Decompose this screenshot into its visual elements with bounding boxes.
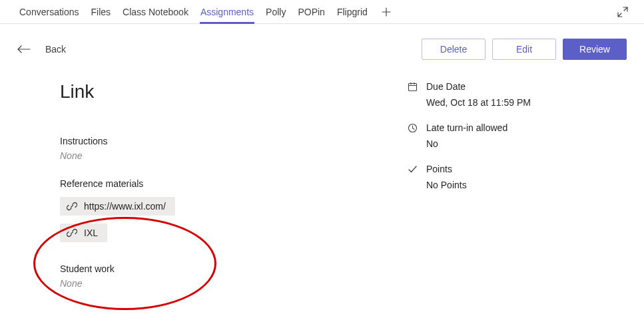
edit-button[interactable]: Edit: [492, 39, 556, 60]
points-value: No Points: [426, 180, 627, 190]
student-work-value: None: [60, 278, 346, 289]
expand-icon: [617, 7, 628, 17]
late-turn-in-label: Late turn-in allowed: [426, 122, 507, 133]
review-button[interactable]: Review: [563, 39, 627, 60]
late-turn-in-value: No: [426, 138, 627, 149]
link-icon: [67, 201, 77, 212]
tab-popin[interactable]: POPin: [292, 0, 330, 24]
reference-link-text: https://www.ixl.com/: [84, 201, 166, 212]
reference-link-chip[interactable]: https://www.ixl.com/: [60, 197, 175, 216]
tab-flipgrid[interactable]: Flipgrid: [331, 0, 374, 24]
add-tab-button[interactable]: [378, 7, 395, 17]
instructions-label: Instructions: [60, 136, 346, 146]
instructions-value: None: [60, 150, 346, 161]
clock-icon: [406, 123, 418, 133]
tab-files[interactable]: Files: [85, 0, 117, 24]
check-icon: [406, 164, 418, 174]
reference-link-chip[interactable]: IXL: [60, 224, 107, 242]
expand-button[interactable]: [615, 4, 631, 20]
reference-materials-label: Reference materials: [60, 178, 346, 189]
tab-conversations[interactable]: Conversations: [13, 0, 85, 24]
delete-button[interactable]: Delete: [422, 39, 485, 60]
assignment-title: Link: [60, 81, 346, 102]
points-label: Points: [426, 164, 452, 174]
assignment-detail-pane: Back Delete Edit Review Link Instruction…: [0, 24, 644, 336]
tab-bar: Conversations Files Class Notebook Assig…: [0, 0, 644, 24]
student-work-label: Student work: [60, 263, 346, 274]
tab-polly[interactable]: Polly: [260, 0, 292, 24]
due-date-label: Due Date: [426, 81, 466, 92]
link-icon: [67, 228, 77, 238]
calendar-icon: [406, 82, 418, 92]
reference-link-text: IXL: [84, 228, 98, 238]
tab-assignments[interactable]: Assignments: [194, 0, 260, 24]
back-button[interactable]: Back: [17, 44, 66, 55]
due-date-value: Wed, Oct 18 at 11:59 PM: [426, 97, 627, 108]
tab-class-notebook[interactable]: Class Notebook: [117, 0, 194, 24]
action-bar: Back Delete Edit Review: [0, 24, 644, 69]
arrow-left-icon: [17, 45, 31, 54]
back-label: Back: [45, 44, 66, 55]
plus-icon: [382, 7, 391, 17]
svg-rect-0: [408, 84, 416, 91]
